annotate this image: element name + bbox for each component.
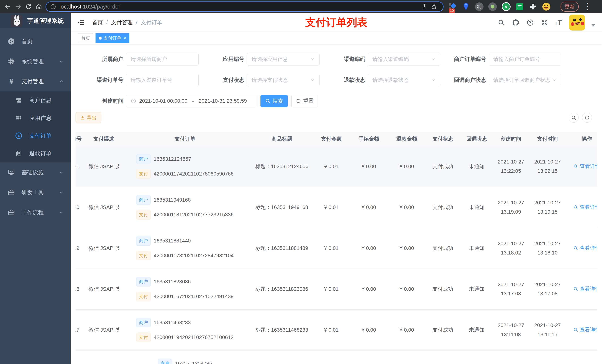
cell-id: 18 — [75, 269, 88, 310]
cell-id: 19 — [75, 228, 88, 269]
browser-toolbar: localhost:1024/pay/order 10 ⌘ v — [0, 0, 602, 13]
view-detail-link[interactable]: 查看详情 — [573, 204, 597, 211]
tags-view-bar: 首页 支付订单 × — [71, 32, 602, 44]
filter-merchant: 所属商户 — [78, 53, 199, 65]
filter-refund-status: 退款状态 请选择退款状态 — [320, 74, 441, 86]
bookmark-star-icon[interactable] — [429, 2, 439, 11]
yen-icon: ¥ — [7, 77, 16, 86]
browser-reload-icon[interactable] — [23, 1, 34, 12]
url-text[interactable]: localhost:1024/pay/order — [59, 3, 420, 10]
filter-app-id: 应用编号 请选择应用信息 — [199, 53, 320, 65]
chevron-down-icon — [431, 57, 436, 62]
view-detail-link[interactable]: 查看详情 — [573, 326, 597, 333]
profile-emoji-avatar[interactable] — [542, 2, 550, 11]
app-logo-avatar — [11, 15, 22, 26]
font-size-icon[interactable]: TT — [555, 18, 562, 27]
extension-chat-icon[interactable] — [515, 2, 524, 11]
export-button[interactable]: 导出 — [75, 112, 101, 123]
extension-dot-icon[interactable] — [488, 2, 497, 11]
pay-status-select[interactable]: 请选择支付状态 — [247, 74, 320, 86]
cell-pay-time: 2021-10-27 13:22:15 — [528, 146, 567, 187]
app-id-select[interactable]: 请选择应用信息 — [247, 53, 320, 65]
filter-merchant-order-no: 商户订单编号 — [441, 53, 561, 65]
view-detail-link[interactable]: 查看详情 — [573, 163, 597, 170]
browser-forward-icon[interactable] — [13, 1, 23, 12]
toggle-search-button[interactable] — [569, 113, 579, 123]
channel-code-select[interactable]: 请输入渠道编码 — [368, 53, 441, 65]
extension-diamond-icon[interactable]: 10 — [448, 2, 457, 11]
table-row: 19 微信 JSAPI 支付 商户 1635311881440 支付 42000… — [75, 228, 597, 269]
sidebar-item-workflow[interactable]: 工作流程 — [0, 202, 71, 222]
site-info-icon[interactable] — [50, 4, 56, 10]
address-bar[interactable]: localhost:1024/pay/order — [45, 1, 443, 12]
sidebar-item-merchant-info[interactable]: 商户信息 — [0, 91, 71, 109]
merchant-order-no: 1635311949168 — [154, 197, 191, 203]
sidebar-item-payment[interactable]: ¥ 支付管理 — [0, 71, 71, 91]
fullscreen-icon[interactable] — [540, 18, 549, 27]
cell-pay-time: 2021-10-27 13:11:15 — [528, 310, 567, 350]
create-time-range-input[interactable]: 2021-10-01 00:00:00 - 2021-10-31 23:59:5… — [126, 95, 256, 107]
filter-pay-status: 支付状态 请选择支付状态 — [199, 74, 320, 86]
merchant-order-tag: 商户 — [136, 195, 151, 205]
chevron-down-icon — [59, 190, 64, 195]
cell-channel: 微信 JSAPI 支付 — [88, 187, 119, 228]
avatar-caret-icon[interactable] — [591, 24, 595, 26]
help-icon[interactable] — [526, 18, 535, 27]
extension-command-icon[interactable]: ⌘ — [475, 2, 484, 11]
sidebar-item-app-info[interactable]: 应用信息 — [0, 109, 71, 127]
extension-green-icon[interactable]: v — [502, 2, 511, 11]
extensions-puzzle-icon[interactable] — [529, 2, 537, 11]
col-fee-amount: 手续金额 — [350, 132, 388, 146]
cell-create-time: 2021-10-27 13:19:09 — [493, 187, 528, 228]
close-tab-icon[interactable]: × — [123, 36, 126, 41]
search-button[interactable]: 搜索 — [260, 95, 288, 107]
cell-refund-amount: ¥ 0.00 — [388, 187, 426, 228]
tab-home[interactable]: 首页 — [78, 33, 93, 43]
chevron-down-icon — [59, 59, 64, 64]
refund-status-select[interactable]: 请选择退款状态 — [368, 74, 441, 86]
sidebar-item-refund-order[interactable]: 退款订单 — [0, 145, 71, 162]
channel-order-no-input[interactable] — [131, 77, 194, 83]
clock-icon — [131, 98, 136, 104]
cell-fee-amount: ¥ 0.00 — [350, 146, 388, 187]
sidebar-item-home[interactable]: 首页 — [0, 31, 71, 52]
sidebar-item-dev-tools[interactable]: 研发工具 — [0, 182, 71, 202]
table-row: 18 微信 JSAPI 支付 商户 1635311823086 支付 42000… — [75, 269, 597, 310]
cell-id — [75, 350, 88, 364]
sidebar-item-system[interactable]: 系统管理 — [0, 52, 71, 71]
col-title: 商品标题 — [251, 132, 313, 146]
notify-status-select[interactable]: 请选择订单回调商户状态 — [489, 74, 561, 86]
github-icon[interactable] — [511, 18, 520, 27]
pay-order-tag: 支付 — [136, 251, 151, 260]
user-avatar[interactable] — [569, 15, 585, 31]
sidebar-item-pay-order[interactable]: ¥ 支付订单 — [0, 127, 71, 145]
merchant-order-tag: 商户 — [158, 359, 172, 364]
app-logo-bar[interactable]: 芋道管理系统 — [0, 13, 71, 28]
browser-update-button[interactable]: 更新 — [560, 2, 579, 12]
cell-pay-amount: ¥ 0.01 — [313, 146, 350, 187]
cell-pay-status: 支付成功 — [426, 269, 460, 310]
view-detail-link[interactable]: 查看详情 — [573, 285, 597, 292]
view-detail-link[interactable]: 查看详情 — [573, 245, 597, 251]
cell-channel: 微信 JSAPI 支付 — [88, 228, 119, 269]
table-row: 商户 1635311254796 — [75, 350, 597, 364]
sidebar-fold-icon[interactable] — [77, 19, 85, 26]
breadcrumb-payment[interactable]: 支付管理 — [111, 19, 133, 26]
browser-menu-icon[interactable]: ••• — [586, 2, 589, 11]
tab-pay-order[interactable]: 支付订单 × — [96, 33, 129, 43]
merchant-order-no-input[interactable] — [493, 56, 557, 62]
sidebar-item-infrastructure[interactable]: 基础设施 — [0, 162, 71, 182]
refresh-table-button[interactable] — [582, 113, 592, 123]
reset-button[interactable]: 重置 — [291, 95, 318, 107]
search-icon[interactable] — [497, 18, 506, 27]
breadcrumb-home[interactable]: 首页 — [92, 19, 103, 26]
share-icon[interactable] — [420, 2, 429, 11]
browser-back-icon[interactable] — [3, 1, 13, 12]
cell-channel: 微信 JSAPI 支付 — [88, 310, 119, 350]
cell-pay-time: 2021-10-27 13:17:08 — [528, 269, 567, 310]
merchant-input[interactable] — [131, 56, 194, 62]
extension-pin-icon[interactable] — [462, 2, 470, 11]
document-icon — [14, 149, 23, 158]
browser-home-icon[interactable] — [34, 1, 44, 12]
cell-actions: 查看详情 — [567, 269, 597, 310]
